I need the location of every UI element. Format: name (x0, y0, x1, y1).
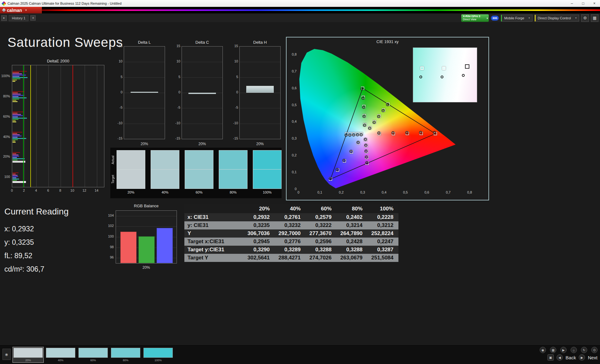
level-swatch-button-80%[interactable]: 80% (110, 347, 141, 363)
back-button[interactable]: ◀ (557, 354, 563, 361)
deltae-bar (12, 119, 18, 120)
gridline (36, 65, 37, 187)
deltae-bar (12, 73, 22, 74)
measured-point-marker (366, 161, 368, 164)
home-button[interactable]: ⌂ (571, 347, 577, 353)
deltae-bar (12, 138, 26, 139)
table-cell: 0,3288 (336, 246, 367, 254)
axis-tick-label: 0,8 (287, 52, 297, 56)
pattern-grid-button[interactable]: ▦ (550, 347, 556, 353)
table-cell: 0,2402 (336, 213, 367, 221)
target-swatch (253, 170, 282, 189)
delta-c-y-axis: 151050-5-10-15 (173, 40, 181, 149)
axis-tick-label: 100% (253, 190, 282, 194)
axis-tick-label: 40% (151, 190, 179, 194)
measured-point-marker (365, 156, 368, 158)
delta-c-plot (182, 46, 223, 139)
transport-row-2: ▣◀Back▶Next (540, 354, 598, 361)
swatch-color (46, 348, 75, 358)
power-button[interactable]: ⊙ (591, 347, 598, 353)
table-row: Y306,7036292,7000277,3670264,7890252,822… (184, 229, 398, 238)
deltae-bar (12, 152, 20, 153)
refresh-button[interactable]: ↻ (581, 347, 587, 353)
measured-point-marker (386, 103, 389, 106)
gridline (124, 108, 165, 108)
gridline (240, 124, 280, 124)
deltae-bar (12, 92, 18, 93)
rgb-balance-chart: RGB Balance 9698100102104 20% (103, 204, 182, 273)
deltae-bar (12, 137, 18, 138)
gridline (124, 124, 165, 124)
deltae-bar (12, 76, 19, 77)
measured-point-marker (357, 141, 359, 144)
measured-point-marker (329, 177, 332, 180)
display-toggle-button[interactable]: ▣ (548, 354, 554, 361)
measured-point-marker (363, 124, 366, 126)
swatch-column: 40% (151, 150, 179, 194)
reference-line (72, 65, 73, 187)
deltae-bar (12, 177, 16, 178)
play-button[interactable]: ▶ (560, 347, 567, 353)
preview-button[interactable]: ◉ (2, 349, 11, 360)
axis-tick-label: 0 (294, 190, 303, 194)
measured-point-marker (365, 150, 367, 152)
deltae-bar (12, 121, 16, 122)
column-header: 40% (274, 204, 305, 213)
next-label[interactable]: Next (588, 355, 598, 360)
table-row: Target y:CIE310,32900,32890,32880,32880,… (184, 246, 398, 254)
swatch-label: 80% (111, 359, 140, 362)
level-swatch-button-100%[interactable]: 100% (142, 347, 174, 363)
deltae-bar (12, 115, 23, 116)
swatch-label: 60% (78, 359, 108, 362)
axis-tick-label: 0 (231, 90, 238, 94)
measured-point-marker (360, 134, 362, 136)
axis-tick-label: -10 (231, 121, 238, 125)
axis-tick-label: 0 (115, 90, 122, 94)
capture-button[interactable]: ◉ (540, 347, 546, 353)
deltae-bar (12, 113, 18, 114)
chart-title: DeltaE 2000 (12, 59, 104, 63)
back-label[interactable]: Back (566, 355, 576, 360)
next-button[interactable]: ▶ (579, 354, 585, 361)
current-reading-title: Current Reading (4, 207, 98, 217)
table-cell: 0,3235 (243, 221, 274, 229)
deltae-bar (12, 179, 19, 180)
transport-controls: ◉▦▶⌂↻⊙ ▣◀Back▶Next (540, 347, 598, 361)
delta-l-chart: Delta L 151050-5-10-15 20% (115, 40, 167, 149)
reading-line: y: 0,3235 (4, 238, 98, 247)
axis-tick-label: -5 (173, 106, 180, 109)
level-swatch-button-40%[interactable]: 40% (45, 347, 76, 363)
axis-tick-label: 2 (20, 189, 28, 192)
table-cell: 0,3214 (336, 221, 367, 229)
axis-tick-label: -10 (173, 121, 180, 125)
delta-value-bar (188, 93, 216, 94)
application-window: Calman 2025 Calman Ultimate for Business… (0, 0, 600, 364)
axis-tick-label: 20% (239, 142, 281, 146)
current-reading: Current Reading x: 0,2932y: 0,3235fL: 89… (4, 207, 98, 278)
deltae2000-chart: DeltaE 2000 100%80%60%40%20%100 02468101… (1, 59, 106, 200)
level-swatch-button-60%[interactable]: 60% (78, 347, 109, 363)
table-cell: 0,2596 (305, 238, 336, 246)
measured-point-marker (362, 106, 365, 108)
gridline (240, 62, 280, 62)
axis-tick-label: 100 (1, 175, 10, 179)
deltae-bar (12, 72, 19, 73)
page-title: Saturation Sweeps (8, 35, 123, 50)
actual-swatch (117, 150, 145, 170)
measured-point-marker (348, 134, 351, 136)
deltae-bar (12, 133, 17, 134)
axis-tick-label: 20% (182, 142, 223, 146)
gridline (116, 216, 177, 216)
level-swatch-button-20%[interactable]: 20% (12, 347, 44, 363)
axis-tick-label: 0 (8, 189, 16, 192)
axis-tick-label: 80% (219, 190, 248, 194)
main-workspace: Saturation Sweeps DeltaE 2000 100%80%60%… (0, 0, 600, 364)
gridline (85, 65, 85, 187)
measured-point-marker (382, 109, 384, 112)
bottom-bar: ◉ 20%40%60%80%100% ◉▦▶⌂↻⊙ ▣◀Back▶Next (0, 345, 600, 364)
axis-tick-label: 100% (1, 74, 10, 78)
deltae-bar (12, 78, 20, 79)
row-label: y: CIE31 (184, 221, 243, 229)
table-cell: 252,8224 (367, 229, 398, 238)
current-reading-values: x: 0,2932y: 0,3235fL: 89,52cd/m²: 306,7 (4, 225, 98, 273)
